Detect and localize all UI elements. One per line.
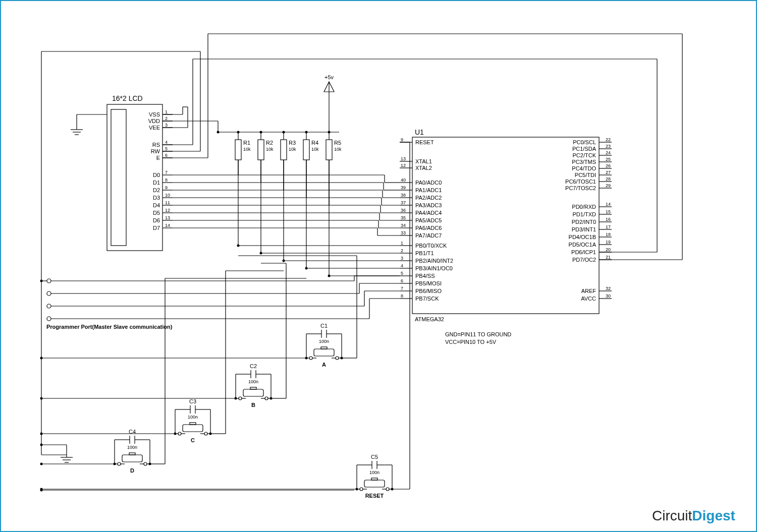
- mcu-pin-label: PA6/ADC6: [415, 225, 442, 231]
- mcu-pin-num: 4: [401, 263, 403, 268]
- mcu-pin-num: 12: [401, 163, 406, 168]
- button-label: B: [251, 402, 255, 408]
- svg-point-44: [328, 131, 331, 134]
- button-label: C: [191, 437, 195, 443]
- svg-point-114: [260, 252, 262, 255]
- svg-point-32: [260, 131, 262, 134]
- mcu-pin-label: XTAL1: [415, 158, 432, 164]
- pin-label: D5: [153, 210, 160, 216]
- mcu-pin-num: 26: [606, 163, 611, 168]
- buttons-caps-group: C1100nAC2100nBC3100nCC4100nDC5100nRESET: [40, 142, 410, 499]
- mcu-pin-num: 37: [401, 200, 406, 205]
- svg-point-123: [328, 275, 331, 277]
- mcu-pin-label: PC4/TDO: [572, 165, 596, 171]
- pin-label: D6: [153, 217, 160, 223]
- svg-rect-30: [258, 140, 264, 160]
- svg-rect-188: [190, 423, 196, 425]
- mcu-pin-num: 15: [606, 209, 611, 214]
- svg-rect-205: [122, 455, 142, 462]
- mcu-pin-label: PB2/AIN0/INT2: [415, 258, 453, 264]
- svg-point-207: [118, 462, 121, 465]
- mcu-pin-label: PC6/TOSC1: [565, 179, 596, 185]
- pin-num: 9: [165, 185, 168, 190]
- mcu-pin-num: 35: [401, 215, 406, 220]
- svg-point-120: [305, 267, 308, 270]
- svg-text:ATMEGA32: ATMEGA32: [415, 316, 444, 322]
- pin-label: VSS: [149, 111, 160, 117]
- note-vcc: VCC=PIN10 TO +5V: [445, 339, 497, 345]
- mcu-pin-num: 6: [401, 278, 403, 283]
- cap-val: 100n: [188, 415, 198, 420]
- pin-num: 1: [165, 109, 168, 114]
- mcu-pin-num: 1: [401, 241, 403, 246]
- pin-label: D7: [153, 225, 160, 231]
- svg-rect-38: [303, 140, 309, 160]
- mcu-pin-num: 19: [606, 240, 611, 245]
- button-label: RESET: [365, 493, 384, 499]
- pin-num: 2: [165, 116, 168, 121]
- svg-rect-206: [129, 453, 135, 455]
- pin-num: 14: [165, 223, 170, 228]
- svg-point-226: [386, 488, 389, 491]
- mcu-pin-num: 38: [401, 193, 406, 198]
- mcu-pin-label: PA0/ADC0: [415, 180, 442, 186]
- resistor-ref: R5: [334, 140, 341, 146]
- pin-label: VDD: [148, 118, 160, 124]
- cap-val: 100n: [319, 339, 329, 344]
- svg-rect-42: [326, 140, 332, 160]
- pin-num: 8: [165, 178, 168, 183]
- power-rail: +5v: [218, 74, 339, 132]
- svg-rect-34: [281, 140, 287, 160]
- cap-ref: C5: [371, 454, 378, 460]
- cap-val: 100n: [248, 379, 258, 384]
- svg-rect-26: [235, 140, 241, 160]
- mcu-pin-num: 40: [401, 178, 406, 183]
- button-label: D: [130, 467, 134, 474]
- svg-rect-151: [314, 349, 334, 356]
- resistor-val: 10k: [311, 147, 319, 152]
- svg-point-208: [144, 462, 147, 465]
- mcu-pin-label: RESET: [415, 139, 434, 145]
- mcu-pin-label: PC3/TMS: [572, 159, 596, 165]
- pin-num: 5: [165, 146, 168, 151]
- svg-rect-224: [371, 478, 377, 480]
- mcu-pin-label: PC1/SDA: [572, 146, 597, 152]
- svg-point-256: [40, 463, 43, 465]
- mcu-pin-num: 25: [606, 157, 611, 162]
- lcd-ground: [71, 114, 107, 135]
- resistor-bank: R110kR210kR310kR410kR510k: [235, 131, 342, 206]
- cap-ref: C3: [189, 398, 196, 404]
- mcu-pin-label: PD3/INT1: [572, 226, 596, 232]
- cap-ref: C1: [320, 323, 328, 329]
- svg-point-190: [204, 432, 207, 435]
- mcu-pin-num: 14: [606, 202, 611, 207]
- mcu-pin-num: 21: [606, 255, 611, 260]
- svg-rect-223: [364, 480, 385, 487]
- resistor-ref: R2: [266, 140, 273, 146]
- pin-num: 7: [165, 170, 168, 175]
- brand-logo: CircuitDigest: [652, 508, 735, 523]
- svg-text:U1: U1: [415, 128, 424, 136]
- lcd-title: 16*2 LCD: [112, 94, 143, 102]
- mcu-pin-num: 27: [606, 170, 611, 175]
- resistor-ref: R1: [243, 140, 250, 146]
- ground-rail-left: [40, 281, 73, 462]
- mcu-pin-num: 17: [606, 224, 611, 229]
- pin-label: RS: [152, 142, 160, 148]
- mcu-pin-num: 9: [401, 137, 403, 142]
- svg-text:+5v: +5v: [325, 74, 334, 80]
- cap-ref: C2: [250, 363, 257, 369]
- svg-text:Programmer Port(Master Slave c: Programmer Port(Master Slave communicati…: [46, 324, 173, 330]
- mcu-pin-label: PB5/MOSI: [415, 280, 442, 286]
- svg-point-28: [237, 131, 240, 134]
- mcu-pin-num: 32: [606, 286, 611, 291]
- pin-label: D1: [153, 180, 160, 186]
- mcu-pin-num: 29: [606, 183, 611, 188]
- svg-point-172: [265, 397, 268, 400]
- mcu-pin-label: PD2/INT0: [572, 219, 596, 225]
- svg-point-225: [360, 488, 363, 491]
- mcu-pin-num: 24: [606, 150, 611, 155]
- svg-point-154: [336, 357, 339, 360]
- mcu-pin-label: PB3/AIN1/OC0: [415, 265, 453, 271]
- resistor-ref: R4: [311, 140, 318, 146]
